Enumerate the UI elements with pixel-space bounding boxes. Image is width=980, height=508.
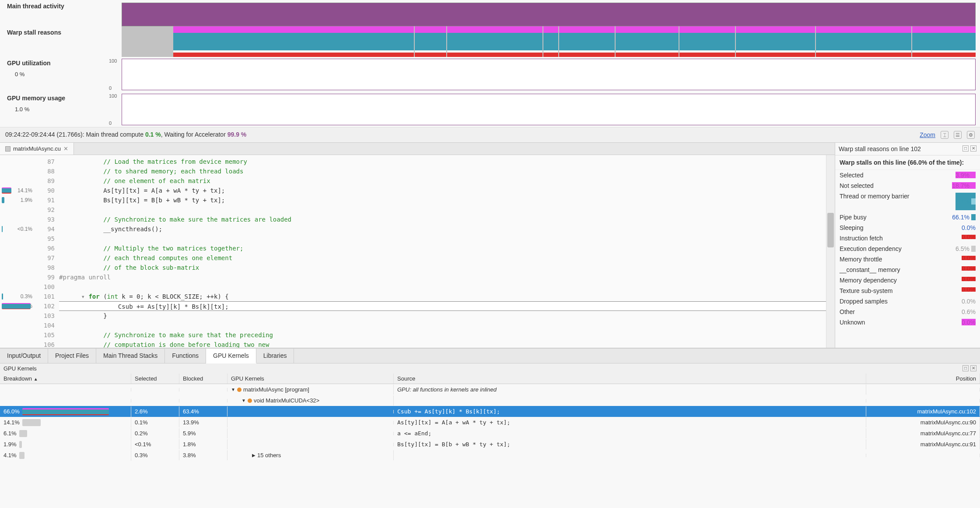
tab-input-output[interactable]: Input/Output — [0, 349, 48, 363]
stall-row: Pipe busy66.1% — [835, 212, 980, 222]
zoom-link[interactable]: Zoom — [920, 131, 935, 138]
warp-stall-track[interactable] — [122, 26, 980, 57]
table-row[interactable]: ▼void MatrixMulCUDA<32> — [0, 395, 980, 406]
stall-row: Instruction fetch0.0% — [835, 233, 980, 243]
close-icon[interactable]: ✕ — [970, 365, 976, 371]
main-thread-track[interactable] — [122, 0, 980, 26]
close-icon[interactable]: ✕ — [63, 145, 68, 152]
gpu-kernels-table[interactable]: Breakdown ▲ Selected Blocked GPU Kernels… — [0, 374, 980, 461]
gpu-mem-value: 1.0 % — [15, 106, 117, 113]
table-row[interactable]: 4.1% 0.3% 3.8% ▶15 others — [0, 450, 980, 461]
gpu-util-value: 0 % — [15, 71, 117, 78]
stall-row: Memory dependency0.0% — [835, 275, 980, 286]
col-selected[interactable]: Selected — [131, 374, 179, 384]
col-position[interactable]: Position — [866, 374, 980, 384]
close-panel-icon[interactable]: ✕ — [970, 145, 976, 152]
col-blocked[interactable]: Blocked — [179, 374, 228, 384]
maximize-icon[interactable]: □ — [962, 365, 969, 371]
table-row[interactable]: 1.9% <0.1% 1.8% Bs[ty][tx] = B[b + wB * … — [0, 439, 980, 450]
cursor-icon[interactable]: ⌶ — [941, 131, 948, 139]
table-row[interactable]: ▼matrixMulAsync [program] GPU: all funct… — [0, 384, 980, 395]
col-breakdown[interactable]: Breakdown ▲ — [0, 374, 131, 384]
warp-stall-label: Warp stall reasons — [0, 26, 122, 57]
gear-icon[interactable]: ⚙ — [967, 131, 975, 139]
tab-functions[interactable]: Functions — [165, 349, 206, 363]
source-tab[interactable]: matrixMulAsync.cu ✕ — [0, 143, 74, 155]
main-thread-label: Main thread activity — [0, 0, 122, 26]
tab-main-thread-stacks[interactable]: Main Thread Stacks — [96, 349, 165, 363]
gpu-util-label: GPU utilization 0 % — [0, 57, 122, 92]
stall-panel-header: Warp stall reasons on line 102 — [839, 145, 921, 152]
source-filename: matrixMulAsync.cu — [13, 145, 61, 152]
line-numbers: 8788899091929394959697989910010110210310… — [35, 155, 59, 348]
stall-row: Memory throttle0.0% — [835, 254, 980, 265]
stall-row: Texture sub-system0.0% — [835, 286, 980, 296]
stall-row: Sleeping0.0% — [835, 222, 980, 233]
gpu-mem-track[interactable]: 100 0 — [122, 94, 976, 125]
bottom-panel-title: GPU Kernels — [4, 365, 37, 372]
gpu-mem-label: GPU memory usage 1.0 % — [0, 92, 122, 127]
table-row[interactable]: 66.0% 2.6% 63.4% Csub += As[ty][k] * Bs[… — [0, 406, 980, 417]
tab-project-files[interactable]: Project Files — [48, 349, 96, 363]
stall-row: Other0.6% — [835, 307, 980, 317]
source-code[interactable]: // Load the matrices from device memory … — [59, 155, 826, 348]
stall-row: Unknown0.0% — [835, 317, 980, 328]
file-icon — [5, 146, 10, 152]
table-row[interactable]: 14.1% 0.1% 13.9% As[ty][tx] = A[a + wA *… — [0, 417, 980, 428]
stall-row: Selected3.9% — [835, 170, 980, 180]
stall-panel-title: Warp stalls on this line (66.0% of the t… — [835, 155, 980, 170]
stall-row: Thread or memory barrier4.1% — [835, 191, 980, 212]
table-row[interactable]: 6.1% 0.2% 5.9% a <= aEnd; matrixMulAsync… — [0, 428, 980, 439]
stall-row: Not selected18.7% — [835, 180, 980, 191]
status-text: 09:24:22-09:24:44 (21.766s): Main thread… — [5, 131, 246, 139]
stall-row: Execution dependency6.5% — [835, 243, 980, 254]
tab-gpu-kernels[interactable]: GPU Kernels — [206, 349, 256, 363]
list-icon[interactable]: ☰ — [954, 131, 962, 139]
maximize-icon[interactable]: □ — [962, 145, 969, 152]
stall-row: __constant__ memory0.0% — [835, 265, 980, 275]
stall-row: Dropped samples0.0% — [835, 296, 980, 307]
selected-line[interactable]: Csub += As[ty][k] * Bs[k][tx]; — [59, 301, 826, 311]
gpu-util-track[interactable]: 100 0 — [122, 59, 976, 90]
col-kernels[interactable]: GPU Kernels — [228, 374, 394, 384]
scrollbar[interactable] — [826, 155, 835, 348]
col-source[interactable]: Source — [394, 374, 866, 384]
tab-libraries[interactable]: Libraries — [256, 349, 294, 363]
gutter: 14.1% 1.9% <0.1% 0.3% 66.0% — [0, 155, 35, 348]
